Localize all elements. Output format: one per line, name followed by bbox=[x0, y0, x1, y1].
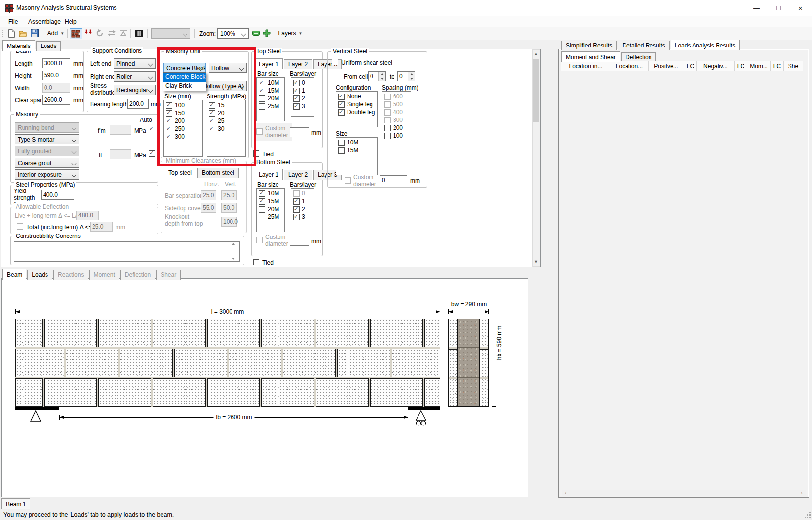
checkbox-option-2[interactable]: 2 bbox=[293, 206, 312, 213]
checkbox[interactable] bbox=[259, 198, 265, 205]
checkbox[interactable] bbox=[293, 206, 300, 213]
tab-layer-1[interactable]: Layer 1 bbox=[255, 58, 283, 69]
checkbox[interactable] bbox=[209, 118, 215, 124]
tab-loads-analysis-results[interactable]: Loads Analysis Results bbox=[671, 40, 740, 50]
checkbox[interactable] bbox=[166, 102, 172, 109]
fm-auto-checkbox[interactable] bbox=[149, 126, 155, 132]
side-cover-horiz-input[interactable]: 55.0 bbox=[201, 203, 216, 213]
checkbox[interactable] bbox=[293, 198, 300, 205]
checkbox-option-3[interactable]: 3 bbox=[293, 213, 312, 220]
checkbox-option-300[interactable]: 300 bbox=[384, 117, 409, 123]
toolbar-grip[interactable] bbox=[2, 30, 3, 37]
checkbox[interactable] bbox=[338, 147, 345, 154]
checkbox-option-100[interactable]: 100 bbox=[166, 102, 200, 109]
height-input[interactable]: 590.0 bbox=[42, 71, 70, 80]
tab-layer-2[interactable]: Layer 2 bbox=[284, 59, 312, 69]
checkbox-option-0[interactable]: 0 bbox=[293, 190, 312, 197]
checkbox[interactable] bbox=[338, 109, 345, 116]
checkbox-option-double-leg[interactable]: Double leg bbox=[338, 109, 375, 116]
tab-layer-2[interactable]: Layer 2 bbox=[284, 170, 312, 180]
column-header-she[interactable]: She bbox=[784, 61, 803, 71]
checkbox[interactable] bbox=[384, 125, 391, 131]
checkbox-option-150[interactable]: 150 bbox=[166, 110, 200, 117]
checkbox-option-20m[interactable]: 20M bbox=[259, 206, 282, 213]
knockout-depth-input[interactable]: 100.0 bbox=[221, 217, 237, 227]
checkbox[interactable] bbox=[384, 109, 391, 116]
checkbox[interactable] bbox=[293, 103, 300, 110]
checkbox[interactable] bbox=[166, 110, 172, 117]
checkbox[interactable] bbox=[259, 214, 265, 220]
assemblage-beam-icon[interactable] bbox=[70, 28, 82, 39]
checkbox-option-1[interactable]: 1 bbox=[293, 198, 312, 205]
unit-material-combobox[interactable]: Concrete Block bbox=[163, 63, 206, 73]
column-header-lc[interactable]: LC bbox=[735, 61, 747, 71]
tab-moment-and-shear[interactable]: Moment and Shear bbox=[561, 51, 620, 62]
zoom-out-icon[interactable] bbox=[251, 28, 261, 38]
ft-auto-checkbox[interactable] bbox=[149, 150, 155, 157]
tab-bottom-steel[interactable]: Bottom steel bbox=[197, 168, 239, 178]
tab-layer-1[interactable]: Layer 1 bbox=[255, 169, 283, 180]
grouting-combobox[interactable]: Fully grouted bbox=[15, 146, 79, 156]
materials-scrollbar[interactable]: ▲ ▼ bbox=[532, 49, 540, 267]
checkbox[interactable] bbox=[384, 101, 391, 108]
checkbox-option-300[interactable]: 300 bbox=[166, 133, 200, 140]
left-end-combobox[interactable]: Pinned bbox=[114, 58, 156, 69]
checkbox[interactable] bbox=[384, 117, 391, 123]
apply-loads-icon[interactable] bbox=[83, 28, 93, 38]
checkbox[interactable] bbox=[293, 214, 300, 220]
open-file-icon[interactable] bbox=[18, 28, 28, 38]
tab-reactions[interactable]: Reactions bbox=[53, 270, 88, 280]
checkbox[interactable] bbox=[338, 101, 345, 108]
hscroll-left-icon[interactable]: ‹ bbox=[562, 490, 570, 496]
scrollbar-down-icon[interactable]: ▼ bbox=[533, 258, 540, 266]
checkbox[interactable] bbox=[259, 88, 265, 94]
bottom-custom-diameter-checkbox[interactable] bbox=[256, 237, 263, 243]
vertical-custom-diameter-checkbox[interactable] bbox=[345, 177, 351, 184]
checkbox[interactable] bbox=[259, 80, 265, 86]
tab-top-steel[interactable]: Top steel bbox=[164, 167, 196, 178]
checkbox-option-15m[interactable]: 15M bbox=[338, 147, 375, 154]
checkbox[interactable] bbox=[259, 206, 265, 213]
bond-pattern-combobox[interactable]: Running bond bbox=[15, 122, 79, 133]
tab-shear[interactable]: Shear bbox=[156, 270, 181, 280]
scrollbar-thumb[interactable] bbox=[533, 59, 539, 122]
top-bars-layer-listbox[interactable]: 0123 bbox=[291, 77, 314, 117]
grout-type-combobox[interactable]: Coarse grout bbox=[15, 158, 79, 168]
top-tied-checkbox[interactable] bbox=[253, 150, 259, 157]
checkbox[interactable] bbox=[166, 134, 172, 140]
to-cell-spinner[interactable]: 0 bbox=[397, 71, 415, 81]
checkbox-option-15m[interactable]: 15M bbox=[259, 87, 282, 94]
checkbox[interactable] bbox=[293, 88, 300, 94]
checkbox[interactable] bbox=[293, 95, 300, 102]
spacing-listbox[interactable]: 600500400300200100 bbox=[382, 91, 411, 175]
bottom-bars-layer-listbox[interactable]: 0123 bbox=[291, 188, 314, 227]
checkbox-option-100[interactable]: 100 bbox=[384, 132, 409, 139]
dropdown-option-concrete-block[interactable]: Concrete Block bbox=[163, 73, 206, 82]
column-header-mom-[interactable]: Mom... bbox=[747, 61, 771, 71]
column-header-location-in-[interactable]: Location in... bbox=[561, 61, 610, 71]
tab-detailed-results[interactable]: Detailed Results bbox=[618, 41, 669, 50]
scroll-down-icon[interactable] bbox=[232, 258, 235, 260]
top-custom-diameter-checkbox[interactable] bbox=[256, 128, 263, 135]
side-cover-vert-input[interactable]: 50.0 bbox=[221, 203, 237, 213]
checkbox[interactable] bbox=[338, 94, 345, 100]
checkbox-option-10m[interactable]: 10M bbox=[259, 190, 282, 197]
hscroll-right-icon[interactable]: › bbox=[798, 490, 806, 496]
tab-deflection[interactable]: Deflection bbox=[621, 52, 656, 62]
checkbox-option-single-leg[interactable]: Single leg bbox=[338, 101, 375, 108]
checkbox-option-2[interactable]: 2 bbox=[293, 95, 312, 102]
checkbox-option-15m[interactable]: 15M bbox=[259, 198, 282, 205]
checkbox-option-600[interactable]: 600 bbox=[384, 93, 409, 100]
column-section-icon[interactable] bbox=[133, 28, 145, 38]
checkbox[interactable] bbox=[166, 126, 172, 132]
total-deflection-checkbox[interactable] bbox=[17, 223, 23, 230]
checkbox[interactable] bbox=[338, 140, 345, 146]
checkbox-option-250[interactable]: 250 bbox=[166, 125, 200, 132]
constructibility-textarea[interactable] bbox=[14, 241, 240, 262]
checkbox[interactable] bbox=[384, 133, 391, 139]
checkbox-option-400[interactable]: 400 bbox=[384, 109, 409, 116]
checkbox-option-200[interactable]: 200 bbox=[166, 118, 200, 124]
unit-size-listbox[interactable]: 100150200250300 bbox=[163, 100, 203, 157]
column-header-positve-[interactable]: Positve... bbox=[649, 61, 684, 71]
checkbox[interactable] bbox=[259, 190, 265, 197]
